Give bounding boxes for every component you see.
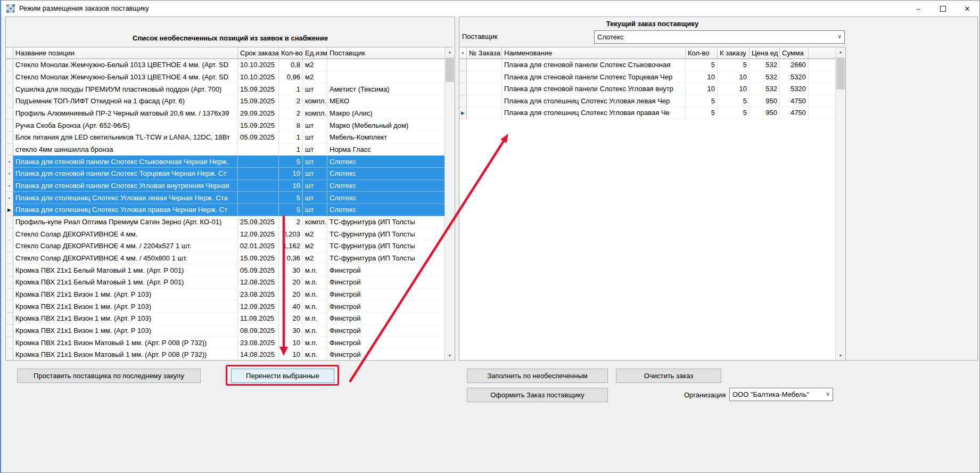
- cell-name: Профиль Алюминиевый ПР-2 Черный матовый …: [13, 108, 238, 120]
- table-row[interactable]: Сушилка для посуды ПРЕМИУМ пластиковый п…: [6, 83, 452, 95]
- table-row[interactable]: Кромка ПВХ 21x1 Белый Матовый 1 мм. (Арт…: [6, 276, 452, 289]
- table-row[interactable]: Планка для столешниц Слотекс Угловая лев…: [459, 95, 845, 108]
- column-header-supplier[interactable]: Поставщик: [327, 47, 452, 59]
- cell-order-no: [467, 83, 502, 95]
- scroll-up-icon[interactable]: ▲: [836, 47, 845, 56]
- row-gutter: [6, 216, 13, 229]
- row-gutter: [6, 240, 13, 252]
- column-header-unit[interactable]: Ед.изм.: [303, 47, 327, 59]
- table-row[interactable]: Кромка ПВХ 21x1 Визон Матовый 1 мм. (Арт…: [6, 349, 452, 360]
- row-gutter: [6, 289, 13, 301]
- table-row[interactable]: Кромка ПВХ 21x1 Визон Матовый 1 мм. (Арт…: [6, 337, 452, 349]
- cell-qty: 0,36: [279, 252, 303, 265]
- table-row[interactable]: Блок питания для LED светильников TL-TCW…: [6, 132, 452, 144]
- cell-name: Кромка ПВХ 21x1 Белый Матовый 1 мм. (Арт…: [13, 276, 238, 289]
- cell-date: 10.10.2025: [238, 59, 279, 71]
- table-row[interactable]: Стекло Монолак Жемчужно-Белый 1013 ЦВЕТН…: [6, 59, 452, 71]
- column-header-item-name[interactable]: Наименование: [502, 47, 686, 59]
- scroll-up-icon[interactable]: ▲: [445, 47, 455, 56]
- set-supplier-button[interactable]: Проставить поставщика по последнему заку…: [17, 369, 201, 383]
- row-gutter: [6, 95, 13, 108]
- left-table-scrollbar[interactable]: ▲ ▼: [444, 47, 455, 360]
- cell-supplier: Макро (Алис): [327, 108, 452, 120]
- right-table-scrollbar[interactable]: ▲ ▼: [835, 47, 845, 360]
- scroll-down-icon[interactable]: ▼: [445, 351, 455, 360]
- organization-combobox[interactable]: ООО "Балтика-Мебель" ∨: [729, 388, 833, 401]
- cell-qty: 5: [686, 107, 718, 119]
- table-row[interactable]: Кромка ПВХ 21x1 Визон 1 мм. (Арт. Р 103)…: [6, 313, 452, 325]
- cell-qty: 10: [686, 71, 718, 84]
- table-row[interactable]: Стекло Солар ДЕКОРАТИВНОЕ 4 мм.12.09.202…: [6, 228, 452, 240]
- cell-unit: шт: [303, 168, 327, 180]
- table-row[interactable]: •Планка для стеновой панели Слотекс Угло…: [6, 180, 452, 192]
- cell-qty: 1,162: [279, 240, 303, 252]
- cell-unit: м.п.: [303, 300, 327, 313]
- table-row[interactable]: ▶Планка для столешниц Слотекс Угловая пр…: [6, 204, 452, 216]
- cell-to-order: 10: [718, 71, 750, 84]
- cell-qty: 2: [279, 216, 303, 229]
- table-row[interactable]: Профиль Алюминиевый ПР-2 Черный матовый …: [6, 108, 452, 120]
- table-row[interactable]: Кромка ПВХ 21x1 Визон 1 мм. (Арт. Р 103)…: [6, 325, 452, 337]
- column-header-qty[interactable]: Кол-во: [686, 47, 718, 59]
- column-header-qty[interactable]: Кол-во: [279, 47, 303, 59]
- table-row[interactable]: Планка для стеновой панели Слотекс Торце…: [459, 71, 845, 84]
- table-row[interactable]: Стекло Солар ДЕКОРАТИВНОЕ 4 мм. / 2204x5…: [6, 240, 452, 252]
- column-header-date[interactable]: Срок заказа: [238, 47, 279, 59]
- clear-order-button[interactable]: Очистить заказ: [616, 369, 721, 383]
- cell-unit: м2: [303, 240, 327, 252]
- cell-unit-price: 950: [750, 107, 780, 119]
- cell-name: Стекло Солар ДЕКОРАТИВНОЕ 4 мм. / 2204x5…: [13, 240, 238, 252]
- cell-qty: 0,8: [279, 59, 303, 71]
- column-header-order-no[interactable]: № Заказа: [467, 47, 502, 59]
- cell-name: Планка для стеновой панели Слотекс Углов…: [502, 83, 686, 95]
- cell-supplier: Норма Гласс: [327, 144, 452, 156]
- table-row[interactable]: Кромка ПВХ 21x1 Визон 1 мм. (Арт. Р 103)…: [6, 289, 452, 301]
- column-header-unit-price[interactable]: Цена ед: [750, 47, 780, 59]
- table-row[interactable]: Ручка Скоба Бронза (Арт. 652-96/Б)15.09.…: [6, 119, 452, 132]
- table-row[interactable]: Подъемник ТОП-ЛИФТ Откидной на 1 фасад (…: [6, 95, 452, 108]
- scrollbar-thumb[interactable]: [836, 58, 845, 89]
- maximize-button[interactable]: [930, 1, 955, 17]
- cell-date: 08.09.2025: [238, 325, 279, 337]
- filter-icon[interactable]: ▼: [459, 47, 467, 59]
- cell-name: Подъемник ТОП-ЛИФТ Откидной на 1 фасад (…: [13, 95, 238, 108]
- cell-date: 05.09.2025: [238, 132, 279, 144]
- column-header-sum[interactable]: Сумма: [780, 47, 809, 59]
- table-row[interactable]: стекло 4мм шиншилла бронза1штНорма Гласс: [6, 144, 452, 156]
- cell-name: Кромка ПВХ 21x1 Визон 1 мм. (Арт. Р 103): [13, 300, 238, 313]
- table-row[interactable]: ▶Планка для столешниц Слотекс Угловая пр…: [459, 107, 845, 119]
- table-row[interactable]: Стекло Монолак Жемчужно-Белый 1013 ЦВЕТН…: [6, 71, 452, 84]
- column-header-name[interactable]: Название позиции: [13, 47, 238, 59]
- table-row[interactable]: Стекло Солар ДЕКОРАТИВНОЕ 4 мм. / 450x80…: [6, 252, 452, 265]
- close-button[interactable]: ✕: [955, 1, 979, 17]
- cell-unit: м2: [303, 252, 327, 265]
- table-row[interactable]: Профиль-купе Риал Оптима Премиум Сатин З…: [6, 216, 452, 229]
- cell-date: [238, 156, 279, 168]
- table-row[interactable]: •Планка для стеновой панели Слотекс Стык…: [6, 156, 452, 168]
- scrollbar-thumb[interactable]: [446, 58, 454, 82]
- table-row[interactable]: Кромка ПВХ 21x1 Белый Матовый 1 мм. (Арт…: [6, 264, 452, 276]
- fill-unsecured-button[interactable]: Заполнить по необеспеченным: [467, 369, 608, 383]
- table-row[interactable]: •Планка для стеновой панели Слотекс Торц…: [6, 168, 452, 180]
- left-header-gutter: [6, 47, 13, 59]
- table-row[interactable]: •Планка для столешниц Слотекс Угловая ле…: [6, 192, 452, 204]
- cell-name: Планка для столешниц Слотекс Угловая пра…: [13, 204, 238, 216]
- table-row[interactable]: Кромка ПВХ 21x1 Визон 1 мм. (Арт. Р 103)…: [6, 300, 452, 313]
- cell-supplier: ТС-фурнитура (ИП Толсты: [327, 252, 452, 265]
- cell-unit: шт: [303, 144, 327, 156]
- table-row[interactable]: Планка для стеновой панели Слотекс Стыко…: [459, 59, 845, 71]
- create-order-button[interactable]: Оформить Заказ поставщику: [467, 388, 608, 402]
- minimize-button[interactable]: –: [906, 1, 930, 17]
- table-row[interactable]: Планка для стеновой панели Слотекс Углов…: [459, 83, 845, 95]
- cell-supplier: Финстрой: [327, 349, 452, 360]
- selected-row-icon: •: [6, 168, 13, 180]
- cell-qty: 10: [279, 349, 303, 360]
- column-header-to-order[interactable]: К заказу: [718, 47, 750, 59]
- cell-date: 12.08.2025: [238, 276, 279, 289]
- row-gutter: [6, 228, 13, 240]
- supplier-combobox[interactable]: Слотекс ∨: [594, 30, 845, 44]
- row-gutter: [459, 59, 467, 71]
- cell-name: Планка для стеновой панели Слотекс Стыко…: [502, 59, 686, 71]
- cell-unit: компл.: [303, 108, 327, 120]
- scroll-down-icon[interactable]: ▼: [836, 351, 845, 360]
